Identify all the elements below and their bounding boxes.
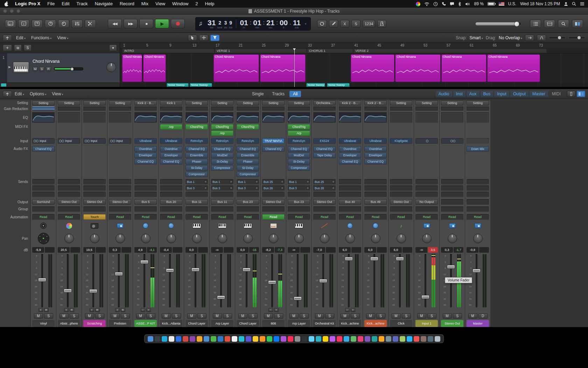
midi-fx-slot[interactable]: Arp bbox=[211, 130, 233, 136]
input-slot[interactable] bbox=[415, 138, 438, 144]
mixer-tab-all[interactable]: All bbox=[289, 91, 301, 97]
midi-fx-slot[interactable]: Arp bbox=[288, 130, 310, 136]
input-slot[interactable]: Klopfgeist bbox=[390, 138, 412, 144]
volume-fader[interactable] bbox=[294, 297, 302, 300]
pencil-button[interactable] bbox=[329, 20, 338, 28]
send-slot[interactable] bbox=[364, 185, 387, 191]
send-slot[interactable]: Bus 26 bbox=[313, 185, 336, 191]
master-volume-slider[interactable] bbox=[475, 22, 522, 26]
audio-fx-slot[interactable]: Compressor bbox=[186, 171, 208, 177]
send-slot[interactable]: Bus 3 bbox=[186, 185, 208, 191]
automation-mode-button[interactable]: Read bbox=[186, 214, 208, 220]
pan-knob[interactable] bbox=[90, 234, 99, 243]
input-slot[interactable]: Input bbox=[83, 138, 106, 144]
send-slot[interactable] bbox=[109, 192, 131, 197]
play-button[interactable]: ▶ bbox=[155, 19, 169, 28]
track-nameplate[interactable]: Chord Layer bbox=[237, 320, 259, 327]
eq-thumbnail[interactable] bbox=[288, 112, 310, 123]
solo-button[interactable]: S bbox=[146, 313, 155, 319]
dock-icon[interactable] bbox=[365, 336, 370, 342]
audio-fx-slot[interactable]: ModDel bbox=[211, 152, 233, 158]
track-name[interactable]: Chord Nirvana bbox=[33, 59, 118, 64]
dock-icon[interactable] bbox=[197, 336, 202, 342]
channel-setting-button[interactable]: Setting bbox=[211, 100, 233, 105]
audio-fx-slot[interactable]: Channel EQ bbox=[211, 146, 233, 152]
count-button[interactable]: 1234 bbox=[363, 20, 375, 28]
track-nameplate[interactable]: 808 bbox=[262, 320, 285, 327]
track-header-options-button[interactable]: ▾ bbox=[109, 45, 117, 51]
fader-track[interactable] bbox=[425, 254, 426, 307]
group-slot[interactable] bbox=[415, 206, 438, 212]
dock-icon[interactable] bbox=[162, 336, 167, 342]
group-slot[interactable] bbox=[160, 206, 182, 212]
back-arrow-icon[interactable] bbox=[3, 35, 12, 41]
solo-button[interactable]: S bbox=[172, 313, 181, 319]
automation-mode-button[interactable]: Read bbox=[134, 214, 157, 220]
input-slot[interactable]: RetroSyn bbox=[186, 138, 208, 144]
track-nameplate[interactable]: Stereo Out bbox=[441, 320, 463, 327]
solo-mode-button[interactable]: S bbox=[24, 45, 31, 51]
quick-help-button[interactable] bbox=[31, 20, 43, 28]
pan-knob[interactable] bbox=[192, 234, 202, 243]
channel-setting-button[interactable]: Setting bbox=[109, 100, 131, 105]
send-slot[interactable] bbox=[339, 179, 361, 184]
dual-view-button[interactable] bbox=[572, 20, 583, 28]
minimize-button[interactable] bbox=[10, 9, 14, 13]
output-slot[interactable]: Stereo Out bbox=[83, 199, 106, 205]
audio-fx-slot[interactable]: Ensemble bbox=[237, 152, 259, 158]
arrangement-marker[interactable]: VERSE 2 bbox=[353, 49, 546, 53]
audio-fx-slot[interactable]: Enveloper bbox=[364, 152, 387, 158]
dock-icon[interactable] bbox=[400, 336, 405, 342]
dock-icon[interactable] bbox=[246, 336, 251, 342]
user-icon[interactable] bbox=[564, 2, 568, 6]
time-machine-icon[interactable] bbox=[433, 2, 438, 6]
automation-mode-button[interactable]: Read bbox=[32, 214, 55, 220]
track-nameplate[interactable]: Arp Layer bbox=[288, 320, 310, 327]
midi-region[interactable]: Chord Nirvana bbox=[487, 54, 540, 82]
arrange-area[interactable]: 15913172125293337414549535761656973 INTR… bbox=[120, 43, 588, 87]
dock-icon[interactable] bbox=[183, 336, 188, 342]
help-button[interactable] bbox=[45, 20, 56, 28]
send-level-knob[interactable] bbox=[204, 180, 207, 183]
eq-thumbnail[interactable] bbox=[262, 112, 285, 123]
solo-button[interactable]: S bbox=[300, 313, 309, 319]
mixer-menu-edit[interactable]: Edit bbox=[12, 91, 27, 96]
spotlight-icon[interactable] bbox=[572, 2, 576, 6]
send-slot[interactable] bbox=[160, 185, 182, 191]
send-slot[interactable] bbox=[83, 179, 106, 184]
mixer-filter-master[interactable]: Master bbox=[530, 91, 548, 97]
mute-button[interactable]: M bbox=[136, 313, 145, 319]
channel-setting-button[interactable]: Setting bbox=[237, 100, 259, 105]
audio-fx-slot[interactable]: Channel EQ bbox=[339, 159, 361, 164]
send-slot[interactable] bbox=[134, 185, 157, 191]
pan-knob[interactable] bbox=[320, 234, 329, 243]
track-m-button[interactable]: M bbox=[33, 67, 38, 71]
group-slot[interactable] bbox=[83, 206, 106, 212]
audio-fx-slot[interactable]: ModDel bbox=[288, 152, 310, 158]
mute-button[interactable]: M bbox=[34, 313, 43, 319]
output-slot[interactable]: Bus 5 bbox=[134, 199, 157, 205]
group-slot[interactable] bbox=[32, 206, 55, 212]
mute-button[interactable]: M bbox=[162, 313, 171, 319]
volume-fader[interactable] bbox=[115, 272, 123, 276]
send-slot[interactable] bbox=[83, 192, 106, 197]
dock-icon[interactable] bbox=[379, 336, 384, 342]
volume-fader[interactable] bbox=[319, 279, 327, 283]
dock-icon[interactable] bbox=[288, 336, 293, 342]
library-button[interactable] bbox=[5, 20, 16, 28]
track-lane-partial[interactable]: Noise SweepNoise SweepNoise SweepNoise S… bbox=[120, 83, 588, 87]
dock-icon[interactable] bbox=[358, 336, 363, 342]
audio-fx-slot[interactable]: Down Mix bbox=[467, 146, 489, 152]
drag-select[interactable]: No Overlap bbox=[499, 35, 522, 40]
eq-thumbnail[interactable] bbox=[109, 112, 131, 123]
record-enable-button[interactable]: R bbox=[121, 308, 125, 312]
solo-button[interactable]: S bbox=[70, 313, 79, 319]
pan-knob[interactable] bbox=[167, 234, 176, 243]
pan-knob[interactable] bbox=[371, 234, 380, 243]
send-slot[interactable] bbox=[160, 179, 182, 184]
input-source-label[interactable]: U.S. bbox=[508, 1, 516, 6]
track-nameplate[interactable]: Kick...Atlanta bbox=[160, 320, 182, 327]
menu-item-track[interactable]: Track bbox=[73, 0, 91, 8]
track-nameplate[interactable]: Orchestral Kit bbox=[313, 320, 336, 327]
dock[interactable] bbox=[144, 334, 444, 343]
